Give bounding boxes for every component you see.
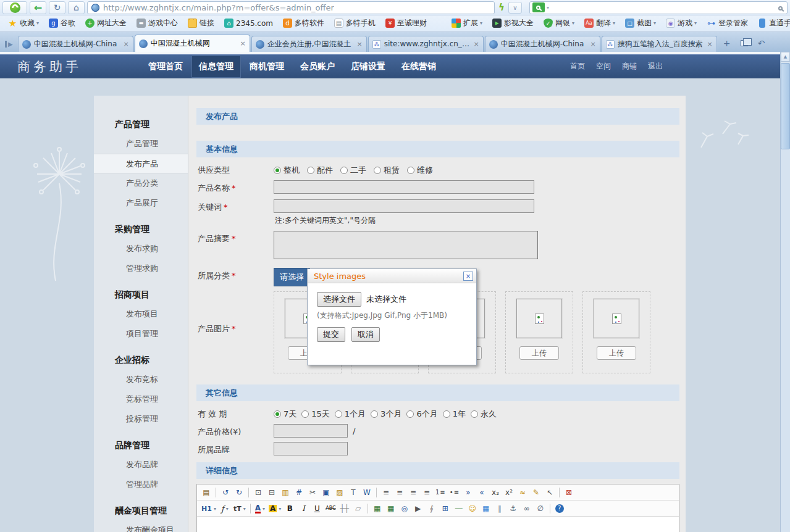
sidebar-item[interactable]: 产品展厅 <box>94 193 188 213</box>
nav-link[interactable]: 首页 <box>570 61 585 72</box>
radio-option[interactable]: 15天 <box>301 409 330 420</box>
browser-tab[interactable]: 中国混凝土机械网 × <box>135 35 250 52</box>
sidebar-item[interactable]: 品牌管理 <box>94 435 188 455</box>
category-select-button[interactable]: 请选择 <box>274 268 310 286</box>
keywords-input[interactable] <box>274 199 534 213</box>
sidebar-item[interactable]: 采购管理 <box>94 219 188 239</box>
subscript-icon[interactable]: x₂▾ <box>489 486 502 499</box>
sidebar-item[interactable]: 酬金项目管理 <box>94 501 188 520</box>
sidebar-item[interactable]: 管理品牌 <box>94 475 188 494</box>
refresh-button[interactable]: ↻ <box>49 1 65 14</box>
radio-option[interactable]: 3个月 <box>371 409 401 420</box>
nav-item[interactable]: 管理首页 <box>141 56 190 78</box>
browser-tab[interactable]: 企业会员注册,中国混凝土 × <box>251 36 367 52</box>
browser-logo-button[interactable] <box>2 1 27 14</box>
outdent-icon[interactable]: «▾ <box>476 486 488 499</box>
maximize-icon[interactable]: ⊠▾ <box>563 486 575 499</box>
unlink-icon[interactable]: ∅▾ <box>534 502 547 515</box>
template-icon[interactable]: ▥▾ <box>279 486 292 499</box>
bookmark[interactable]: ▶ 影视大全 ▾ <box>489 17 537 30</box>
edit-form-icon[interactable]: ✎▾ <box>530 486 542 499</box>
radio-option[interactable]: 配件 <box>307 165 333 176</box>
nav-link[interactable]: 空间 <box>596 61 611 72</box>
strikethrough-icon[interactable]: ABC▾ <box>324 502 337 515</box>
indent-icon[interactable]: »▾ <box>462 486 474 499</box>
sidebar-item[interactable]: 产品管理 <box>94 114 188 134</box>
sidebar-item[interactable]: 项目管理 <box>94 324 188 344</box>
paste-text-icon[interactable]: T▾ <box>347 486 359 499</box>
italic-icon[interactable]: I▾ <box>297 502 309 515</box>
nav-item[interactable]: 店铺设置 <box>343 56 393 78</box>
browser-tab[interactable]: 中国混凝土机械网-China × <box>485 36 600 52</box>
bookmark[interactable]: d 多特软件 ▾ <box>280 17 327 30</box>
help-icon[interactable]: ?▾ <box>553 502 566 515</box>
toolbar-separator[interactable]: ▾ <box>250 504 251 513</box>
underline-icon[interactable]: U▾ <box>311 502 323 515</box>
font-size-icon[interactable]: tT▾ <box>232 502 247 515</box>
bullet-list-icon[interactable]: •≡▾ <box>448 486 461 499</box>
align-center-icon[interactable]: ≡▾ <box>393 486 406 499</box>
radio-option[interactable]: 维修 <box>407 165 433 176</box>
print-icon[interactable]: ⊟▾ <box>266 486 278 499</box>
upload-button[interactable]: 上传 <box>519 346 559 360</box>
font-family-icon[interactable]: ƒ▾ <box>219 502 231 515</box>
bookmark[interactable]: Aa 翻译 ▾ <box>581 17 618 30</box>
toolbar-chevron-button[interactable]: ∨ <box>508 2 522 14</box>
scroll-up-icon[interactable]: ▲ <box>781 52 790 62</box>
sidebar-item[interactable]: 招商项目 <box>94 285 188 304</box>
search-input[interactable] <box>551 2 776 13</box>
nav-item[interactable]: 在线营销 <box>394 56 443 78</box>
upload-button[interactable]: 上传 <box>597 346 636 360</box>
search-engine-icon[interactable] <box>532 2 545 12</box>
cut-icon[interactable]: ✂▾ <box>306 486 319 499</box>
tab-close-icon[interactable]: × <box>473 40 479 48</box>
undo-icon[interactable]: ↺▾ <box>219 486 232 499</box>
toolbar-separator[interactable]: ▾ <box>368 504 368 513</box>
radio-option[interactable]: 整机 <box>274 165 300 176</box>
bookmark[interactable]: ✓ 网银 ▾ <box>540 17 578 30</box>
radio-option[interactable]: 7天 <box>274 409 296 420</box>
speed-lightning-icon[interactable]: ϟ <box>497 2 506 13</box>
anchor-icon[interactable]: ⚓▾ <box>507 502 519 515</box>
picture-frame-icon[interactable]: ▦▾ <box>480 502 492 515</box>
toolbar-separator[interactable]: ▾ <box>216 488 216 497</box>
superscript-icon[interactable]: x²▾ <box>503 486 515 499</box>
toolbar-separator[interactable]: ▾ <box>248 488 249 497</box>
bookmark[interactable]: ▤ 多特手机 ▾ <box>331 17 379 30</box>
insert-table-icon[interactable]: ⊞▾ <box>439 502 452 515</box>
copy-icon[interactable]: ▣▾ <box>320 486 332 499</box>
align-right-icon[interactable]: ≡▾ <box>407 486 419 499</box>
bookmark[interactable]: 链接 ▾ <box>185 17 217 30</box>
paste-icon[interactable]: ▨▾ <box>334 486 346 499</box>
sidebar-item[interactable]: 产品管理 <box>94 134 188 154</box>
align-left-icon[interactable]: ≡▾ <box>380 486 392 499</box>
emoticon-icon[interactable]: ☺▾ <box>466 502 479 515</box>
nav-link[interactable]: 商铺 <box>622 61 637 72</box>
richtext-editor-canvas[interactable] <box>196 517 679 532</box>
choose-file-button[interactable]: 选择文件 <box>317 292 361 307</box>
bookmark[interactable]: 扩展 ▾ <box>448 17 485 30</box>
bookmark[interactable]: ★ 收藏 ▾ <box>5 17 42 30</box>
text-color-icon[interactable]: A▾ <box>254 502 266 515</box>
sidebar-item[interactable]: 发布竞标 <box>94 370 188 389</box>
radio-option[interactable]: 6个月 <box>406 409 437 420</box>
insert-images-icon[interactable]: ▦▾ <box>385 502 397 515</box>
tab-close-icon[interactable]: × <box>356 40 362 48</box>
horizontal-rule-icon[interactable]: ―▾ <box>453 502 465 515</box>
insert-flash-icon[interactable]: ◎▾ <box>398 502 411 515</box>
bookmark[interactable]: □ 截图 ▾ <box>622 17 659 30</box>
preview-icon[interactable]: ⊡▾ <box>252 486 264 499</box>
dialog-titlebar[interactable]: Style images × <box>308 269 476 283</box>
radio-option[interactable]: 1个月 <box>335 409 366 420</box>
scrollbar-thumb[interactable] <box>781 63 790 149</box>
address-bar[interactable]: http://www.zghntjx.cn/main.php?m=offer&s… <box>87 1 495 14</box>
sidebar-item[interactable]: 投标管理 <box>94 409 188 429</box>
summary-textarea[interactable] <box>274 231 538 259</box>
reopen-tab-button[interactable]: ↶ <box>754 36 769 50</box>
eraser-icon[interactable]: ▱▾ <box>352 502 364 515</box>
toolbar-separator[interactable]: ▾ <box>376 488 377 497</box>
attachment-icon[interactable]: ∮▾ <box>426 502 438 515</box>
highlight-color-icon[interactable]: A▾ <box>267 502 282 515</box>
link-icon[interactable]: ∞▾ <box>521 502 533 515</box>
clean-format-icon[interactable]: ≈▾ <box>516 486 529 499</box>
